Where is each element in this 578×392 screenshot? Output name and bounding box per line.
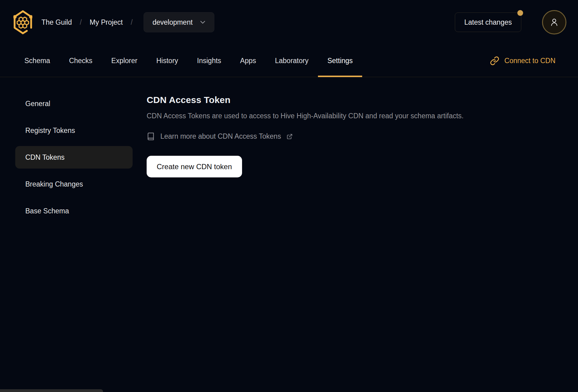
tab-explorer[interactable]: Explorer: [102, 45, 147, 77]
latest-changes-label: Latest changes: [464, 18, 512, 27]
connect-to-cdn-label: Connect to CDN: [505, 57, 555, 65]
book-icon: [147, 132, 155, 141]
settings-content: General Registry Tokens CDN Tokens Break…: [0, 77, 578, 222]
sidebar-item-breaking-changes[interactable]: Breaking Changes: [15, 173, 133, 195]
create-cdn-token-button[interactable]: Create new CDN token: [147, 156, 242, 177]
sidebar-item-cdn-tokens[interactable]: CDN Tokens: [15, 146, 133, 169]
breadcrumb-separator: /: [131, 18, 133, 27]
cdn-token-panel: CDN Access Token CDN Access Tokens are u…: [147, 77, 578, 222]
target-select-value: development: [152, 18, 193, 27]
hive-logo-icon[interactable]: [13, 10, 32, 34]
app-header: The Guild / My Project / development Lat…: [0, 0, 578, 45]
tab-settings[interactable]: Settings: [318, 45, 362, 77]
tab-apps[interactable]: Apps: [231, 45, 266, 77]
tab-checks[interactable]: Checks: [59, 45, 102, 77]
user-menu-avatar[interactable]: [542, 10, 566, 34]
sidebar-item-general[interactable]: General: [15, 92, 133, 115]
settings-sidebar: General Registry Tokens CDN Tokens Break…: [15, 77, 133, 222]
external-link-icon: [287, 134, 293, 140]
page-description: CDN Access Tokens are used to access to …: [147, 111, 578, 121]
learn-more-label: Learn more about CDN Access Tokens: [160, 132, 281, 141]
user-icon: [549, 17, 559, 27]
breadcrumb-project[interactable]: My Project: [90, 18, 123, 27]
sidebar-item-base-schema[interactable]: Base Schema: [15, 200, 133, 222]
link-chain-icon: [490, 56, 499, 66]
breadcrumb-organization[interactable]: The Guild: [41, 18, 72, 27]
tab-laboratory[interactable]: Laboratory: [266, 45, 318, 77]
latest-changes-button[interactable]: Latest changes: [455, 12, 521, 32]
chevron-down-icon: [199, 18, 207, 26]
sidebar-item-registry-tokens[interactable]: Registry Tokens: [15, 119, 133, 142]
bottom-widget-peek[interactable]: [0, 389, 103, 392]
tab-insights[interactable]: Insights: [187, 45, 230, 77]
breadcrumb-separator: /: [80, 18, 82, 27]
target-tabbar: Schema Checks Explorer History Insights …: [0, 45, 578, 77]
learn-more-link[interactable]: Learn more about CDN Access Tokens: [147, 132, 293, 141]
tab-schema[interactable]: Schema: [15, 45, 59, 77]
notification-dot: [517, 10, 523, 16]
target-select[interactable]: development: [144, 12, 214, 32]
page-title: CDN Access Token: [147, 95, 578, 105]
tab-history[interactable]: History: [147, 45, 188, 77]
connect-to-cdn-link[interactable]: Connect to CDN: [490, 45, 555, 77]
